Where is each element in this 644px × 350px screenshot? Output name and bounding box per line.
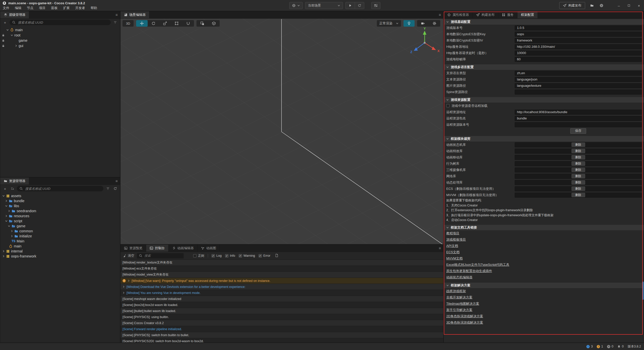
tree-node-assets[interactable]: assets bbox=[0, 193, 120, 198]
delete-button[interactable]: 删除 bbox=[572, 168, 585, 172]
hierarchy-search-input[interactable] bbox=[17, 20, 108, 25]
field-input[interactable] bbox=[515, 90, 642, 95]
clear-console-button[interactable]: 清空 bbox=[123, 253, 134, 258]
save-button[interactable]: 保存 bbox=[570, 128, 586, 134]
inspector-tab-2[interactable]: 服务 bbox=[498, 11, 517, 18]
console-tab-0[interactable]: 资源预览 bbox=[120, 245, 146, 252]
section-header[interactable]: 游戏资源配置 bbox=[444, 97, 644, 103]
menu-文件[interactable]: 文件 bbox=[0, 6, 12, 10]
doc-link[interactable]: 2D角色扮演游戏解决方案 bbox=[446, 314, 483, 319]
tree-node-internal[interactable]: internal bbox=[0, 249, 120, 254]
tree-node-root[interactable]: root bbox=[0, 32, 120, 38]
tree-node-initialize[interactable]: initialize bbox=[0, 234, 120, 239]
view-settings-button[interactable] bbox=[429, 20, 440, 27]
log-row[interactable]: [Window] render_texture文件夹存在 bbox=[120, 260, 443, 266]
menu-帮助[interactable]: 帮助 bbox=[88, 6, 100, 10]
tab-scene[interactable]: 场景编辑器 bbox=[120, 11, 149, 18]
scene-viewport[interactable]: 3D 正常渲染 bbox=[120, 19, 443, 244]
tree-node-seedrandom[interactable]: seedrandom bbox=[0, 208, 120, 213]
open-project-folder-button[interactable] bbox=[589, 3, 595, 8]
field-input[interactable] bbox=[515, 38, 642, 43]
inspector-tab-1[interactable]: 构建发布 bbox=[473, 11, 498, 18]
menu-编辑[interactable]: 编辑 bbox=[12, 6, 24, 10]
console-search[interactable] bbox=[137, 253, 184, 258]
coordinate-button[interactable] bbox=[208, 20, 220, 27]
filter-Warning[interactable]: ✓Warning bbox=[239, 254, 255, 257]
filter-正则[interactable]: 正则 bbox=[193, 254, 204, 258]
close-button[interactable]: × bbox=[636, 4, 642, 8]
section-header[interactable]: 框架模块裁剪 bbox=[444, 136, 644, 142]
error-count-badge[interactable]: × 0 bbox=[607, 345, 613, 348]
maximize-button[interactable] bbox=[626, 4, 632, 8]
log-row[interactable]: [Window] You are running Vue in developm… bbox=[120, 290, 443, 296]
delete-button[interactable]: 删除 bbox=[572, 174, 585, 178]
tree-node-main[interactable]: main bbox=[0, 27, 120, 32]
warning-count-badge[interactable]: ! 1 bbox=[597, 345, 603, 348]
field-input[interactable] bbox=[515, 77, 642, 82]
field-input[interactable] bbox=[515, 57, 642, 62]
filter-Error[interactable]: ✓Error bbox=[259, 254, 270, 257]
delete-button[interactable]: 删除 bbox=[572, 193, 585, 197]
field-input[interactable] bbox=[515, 83, 642, 88]
add-node-button[interactable]: + bbox=[2, 20, 8, 25]
assets-search-input[interactable] bbox=[25, 187, 101, 191]
axis-gizmo[interactable]: Y X Z bbox=[408, 27, 441, 57]
doc-link[interactable]: 游戏模板项目 bbox=[446, 237, 466, 242]
help-button[interactable]: ? bbox=[599, 3, 604, 8]
log-row[interactable]: [Scene] Forward render pipeline initiali… bbox=[120, 326, 443, 332]
log-row[interactable]: [Scene] [bullet]:bullet wasm lib loaded. bbox=[120, 308, 443, 314]
doc-link[interactable]: Excel格式转Json文件与TypeScript代码工具 bbox=[446, 262, 509, 267]
doc-link[interactable]: 全栈开发解决方案 bbox=[446, 295, 472, 300]
doc-link[interactable]: Tiledmap地图解决方案 bbox=[446, 301, 479, 306]
doc-link[interactable]: 动画状态机编辑器 bbox=[446, 275, 472, 280]
doc-link[interactable]: 新手引导解决方案 bbox=[446, 308, 472, 312]
doc-link[interactable]: MVVM文档 bbox=[446, 256, 463, 261]
log-row[interactable]: [Scene] Cocos Creator v3.8.2 bbox=[120, 320, 443, 326]
tree-node-game[interactable]: game bbox=[0, 224, 120, 229]
section-header[interactable]: 框架文档工具链接 bbox=[444, 225, 644, 230]
log-row[interactable]: [Scene] [PHYSICS2D]: switch from box2d-w… bbox=[120, 338, 443, 342]
assets-search[interactable] bbox=[17, 186, 103, 191]
delete-button[interactable]: 删除 bbox=[572, 187, 585, 191]
console-tab-3[interactable]: 动画图 bbox=[197, 245, 220, 252]
transform-tool-button[interactable] bbox=[182, 20, 194, 27]
tree-node-bundle[interactable]: bundle bbox=[0, 198, 120, 203]
layout-button[interactable] bbox=[371, 2, 380, 9]
doc-link[interactable]: API文档 bbox=[446, 244, 458, 248]
tree-node-oops-framework[interactable]: oops-framework bbox=[0, 254, 120, 259]
log-row[interactable]: [Scene] [PHYSICS]: using builtin. bbox=[120, 314, 443, 320]
mode-3d-button[interactable]: 3D bbox=[123, 20, 134, 27]
tree-node-main[interactable]: main bbox=[0, 244, 120, 249]
tree-node-script[interactable]: script bbox=[0, 218, 120, 224]
log-row[interactable]: [Scene] [PHYSICS]: switch from builtin t… bbox=[120, 332, 443, 338]
delete-button[interactable]: 删除 bbox=[572, 161, 585, 166]
hierarchy-menu-icon[interactable]: ≡ bbox=[115, 13, 118, 17]
inspector-scrollbar[interactable] bbox=[642, 282, 643, 300]
section-header[interactable]: 游戏基础配置 bbox=[444, 19, 644, 25]
add-asset-button[interactable]: + bbox=[2, 186, 8, 191]
field-input[interactable] bbox=[515, 110, 642, 115]
light-toggle-button[interactable] bbox=[404, 20, 415, 27]
rect-tool-button[interactable] bbox=[171, 20, 182, 27]
minimize-button[interactable]: – bbox=[616, 4, 622, 8]
move-tool-button[interactable] bbox=[136, 20, 148, 27]
section-header[interactable]: 框架解决方案 bbox=[444, 283, 644, 288]
field-input[interactable] bbox=[515, 44, 642, 49]
log-row[interactable]: [Scene] meshopt wasm decoder initialized bbox=[120, 296, 443, 302]
console-tab-1[interactable]: 控制台 bbox=[146, 245, 169, 252]
hierarchy-search[interactable] bbox=[10, 20, 111, 25]
menu-节点[interactable]: 节点 bbox=[24, 6, 36, 10]
field-input[interactable] bbox=[515, 51, 642, 56]
menu-开发者[interactable]: 开发者 bbox=[72, 6, 88, 10]
play-button[interactable] bbox=[346, 2, 355, 9]
scene-menu-icon[interactable]: ≡ bbox=[439, 13, 441, 17]
doc-link[interactable]: 战棋游戏框架 bbox=[446, 289, 466, 293]
hierarchy-filter-button[interactable] bbox=[112, 20, 118, 25]
rotate-tool-button[interactable] bbox=[148, 20, 159, 27]
doc-link[interactable]: 3D角色扮演游戏解决方案 bbox=[446, 320, 483, 325]
info-count-badge[interactable]: i 3 bbox=[586, 345, 593, 348]
tab-assets[interactable]: 资源管理器 bbox=[0, 178, 29, 185]
menu-项目[interactable]: 项目 bbox=[36, 6, 48, 10]
console-tab-2[interactable]: 动画编辑器 bbox=[169, 245, 197, 252]
section-header[interactable]: 游戏多语言配置 bbox=[444, 64, 644, 70]
